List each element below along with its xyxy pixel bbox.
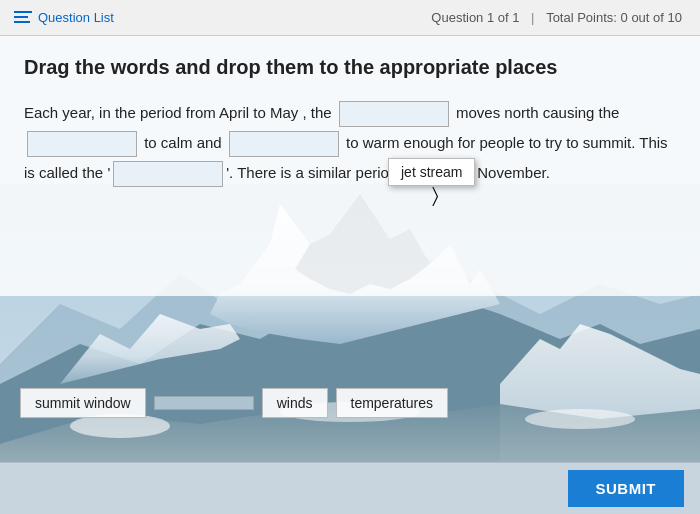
svg-rect-0 bbox=[14, 11, 32, 13]
passage-part-1: Each year, in the period from April to M… bbox=[24, 104, 336, 121]
drop-slot-4[interactable] bbox=[113, 161, 223, 187]
content-box: Drag the words and drop them to the appr… bbox=[0, 36, 700, 296]
passage-text: Each year, in the period from April to M… bbox=[24, 98, 676, 188]
jet-stream-draggable[interactable]: jet stream bbox=[388, 158, 475, 186]
bottom-bar: SUBMIT bbox=[0, 462, 700, 514]
submit-button[interactable]: SUBMIT bbox=[568, 470, 685, 507]
word-chip-winds[interactable]: winds bbox=[262, 388, 328, 418]
word-chip-empty[interactable] bbox=[154, 396, 254, 410]
question-list-nav[interactable]: Question List bbox=[14, 10, 114, 25]
list-icon bbox=[14, 11, 32, 25]
word-chip-summit-window-label: summit window bbox=[35, 395, 131, 411]
question-list-label: Question List bbox=[38, 10, 114, 25]
passage-part-3: to calm and bbox=[140, 134, 226, 151]
question-instruction: Drag the words and drop them to the appr… bbox=[24, 54, 676, 80]
word-chip-temperatures[interactable]: temperatures bbox=[336, 388, 448, 418]
drop-slot-3[interactable] bbox=[229, 131, 339, 157]
svg-rect-2 bbox=[14, 21, 30, 23]
jet-stream-label: jet stream bbox=[401, 164, 462, 180]
pipe-divider: | bbox=[531, 10, 534, 25]
drop-slot-1[interactable] bbox=[339, 101, 449, 127]
svg-rect-1 bbox=[14, 16, 28, 18]
question-counter: Question 1 of 1 bbox=[431, 10, 519, 25]
header-bar: Question List Question 1 of 1 | Total Po… bbox=[0, 0, 700, 36]
word-bank: summit window winds temperatures bbox=[20, 388, 448, 418]
word-chip-winds-label: winds bbox=[277, 395, 313, 411]
header-info: Question 1 of 1 | Total Points: 0 out of… bbox=[427, 10, 686, 25]
svg-point-13 bbox=[525, 409, 635, 429]
drop-slot-2[interactable] bbox=[27, 131, 137, 157]
word-chip-temperatures-label: temperatures bbox=[351, 395, 433, 411]
word-chip-summit-window[interactable]: summit window bbox=[20, 388, 146, 418]
main-area: Drag the words and drop them to the appr… bbox=[0, 36, 700, 514]
passage-part-2: moves north causing the bbox=[452, 104, 620, 121]
total-points: Total Points: 0 out of 10 bbox=[546, 10, 682, 25]
